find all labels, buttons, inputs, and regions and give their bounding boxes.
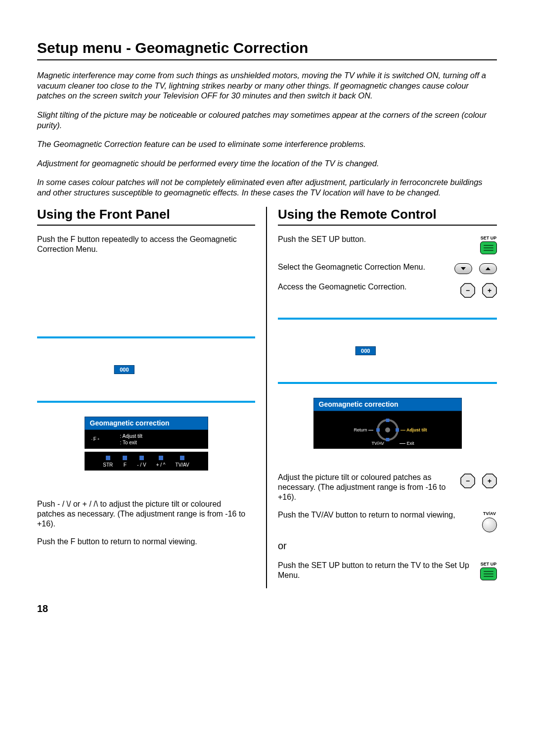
fp-btn-str: STR xyxy=(103,456,113,468)
dial-ring-icon: Return Adjust tilt TV/AV Exit xyxy=(377,419,399,441)
plus-octagon-button-icon: + xyxy=(482,283,497,298)
fp-btn-tvav: TV/AV xyxy=(176,456,189,468)
front-panel-heading: Using the Front Panel xyxy=(37,207,255,226)
tvav-label: TV/AV xyxy=(482,511,497,516)
page-number: 18 xyxy=(37,603,497,614)
fp-osd-title: Geomagnetic correction xyxy=(85,417,208,430)
fp-step-2: Push - / \/ or + / /\ to adjust the pict… xyxy=(37,499,255,529)
fp-osd-plus: + xyxy=(97,437,99,441)
rc-step-3-text: Access the Geomagnetic Correction. xyxy=(278,282,460,292)
fp-osd-line-2: : To exit xyxy=(120,439,143,446)
fp-tv-diagram: 000 Geomagnetic correction - F + : Adjus… xyxy=(37,336,255,471)
or-text: or xyxy=(278,540,497,552)
remote-column: Using the Remote Control Push the SET UP… xyxy=(267,207,497,588)
dial-right-icon xyxy=(396,428,399,431)
fp-step-1-text: Push the F button repeatedly to access t… xyxy=(37,235,255,254)
setup-label: SET UP xyxy=(480,236,497,240)
rc-step-3: Access the Geomagnetic Correction. − + xyxy=(278,282,497,298)
setup-button-icon: SET UP xyxy=(480,236,497,254)
fp-button-strip: STR F - / V + / ^ TV/AV xyxy=(85,452,208,471)
rc-osd-title: Geomagnetic correction xyxy=(313,398,462,411)
minus-octagon-button-icon: − xyxy=(460,283,475,298)
intro-p2: Slight tilting of the picture may be not… xyxy=(37,110,497,130)
rc-step-4-text: Adjust the picture tilt or coloured patc… xyxy=(278,472,460,502)
rc-tv-diagram: 000 Geomagnetic correction Return Adjust… xyxy=(278,318,497,449)
rc-value-box: 000 xyxy=(356,346,375,355)
rc-osd-box: Geomagnetic correction Return Adjust til… xyxy=(313,398,462,449)
front-panel-column: Using the Front Panel Push the F button … xyxy=(37,207,267,588)
plus-octagon-button-icon-2: + xyxy=(482,473,497,488)
fp-tv-screen: 000 xyxy=(37,336,255,403)
rc-step-5-text: Push the TV/AV button to return to norma… xyxy=(278,510,482,520)
rc-step-4: Adjust the picture tilt or coloured patc… xyxy=(278,472,497,502)
rc-step-6: Push the SET UP button to return the TV … xyxy=(278,561,497,580)
down-pill-button-icon xyxy=(454,263,472,274)
rc-step-6-text: Push the SET UP button to return the TV … xyxy=(278,561,480,580)
fp-btn-plus-caret: + / ^ xyxy=(156,456,166,468)
remote-heading: Using the Remote Control xyxy=(278,207,497,226)
fp-step-3: Push the F button to return to normal vi… xyxy=(37,537,255,547)
rc-step-2-text: Select the Geomagnetic Correction Menu. xyxy=(278,262,454,272)
chevron-down-icon xyxy=(461,267,466,270)
rc-dial-box: Return Adjust tilt TV/AV Exit xyxy=(313,411,462,449)
fp-step-1: Push the F button repeatedly to access t… xyxy=(37,235,255,254)
rc-step-5: Push the TV/AV button to return to norma… xyxy=(278,510,497,532)
tvav-button-body-icon xyxy=(482,518,497,532)
fp-osd-key-f: F xyxy=(93,436,96,442)
rc-step-1-text: Push the SET UP button. xyxy=(278,235,480,244)
chevron-up-icon xyxy=(486,267,490,270)
intro-p3: The Geomagnetic Correction feature can b… xyxy=(37,139,497,149)
dial-center-icon xyxy=(385,427,390,432)
setup-button-body-icon-2 xyxy=(480,567,497,580)
dial-exit-label: Exit xyxy=(406,441,414,446)
fp-osd-body: - F + : Adjust tilt : To exit xyxy=(85,430,208,449)
setup-button-body-icon xyxy=(480,241,497,254)
fp-btn-f: F xyxy=(123,456,127,468)
dial-up-icon xyxy=(386,419,389,422)
intro-p1: Magnetic interference may come from such… xyxy=(37,70,497,101)
page-title: Setup menu - Geomagnetic Correction xyxy=(37,40,497,60)
fp-value-box: 000 xyxy=(114,365,134,374)
dial-adjust-label: Adjust tilt xyxy=(406,427,427,432)
rc-tv-screen: 000 xyxy=(278,318,497,384)
intro-block: Magnetic interference may come from such… xyxy=(37,70,497,198)
fp-btn-minus-v: - / V xyxy=(137,456,146,468)
minus-octagon-button-icon-2: − xyxy=(460,473,475,488)
plus-icon: + xyxy=(488,477,491,485)
fp-step-3-text: Push the F button to return to normal vi… xyxy=(37,537,255,547)
minus-icon: − xyxy=(466,477,470,485)
intro-p5: In some cases colour patches will not be… xyxy=(37,177,497,197)
dial-down-icon xyxy=(386,438,389,441)
plus-icon: + xyxy=(488,286,491,294)
tvav-button-icon: TV/AV xyxy=(482,511,497,532)
dial-left-icon xyxy=(376,428,380,431)
rc-step-2: Select the Geomagnetic Correction Menu. xyxy=(278,262,497,274)
up-pill-button-icon xyxy=(479,263,497,274)
fp-osd-minus: - xyxy=(91,437,92,441)
rc-step-1: Push the SET UP button. SET UP xyxy=(278,235,497,254)
fp-step-2-text: Push - / \/ or + / /\ to adjust the pict… xyxy=(37,499,255,529)
fp-osd-line-1: : Adjust tilt xyxy=(120,433,143,439)
minus-icon: − xyxy=(466,286,470,294)
dial-tvav-label: TV/AV xyxy=(372,441,384,446)
setup-label-2: SET UP xyxy=(480,562,497,567)
dial-return-label: Return xyxy=(354,427,367,432)
intro-p4: Adjustment for geomagnetic should be per… xyxy=(37,158,497,169)
setup-button-icon-2: SET UP xyxy=(480,562,497,580)
fp-osd-box: Geomagnetic correction - F + : Adjust ti… xyxy=(85,417,208,449)
